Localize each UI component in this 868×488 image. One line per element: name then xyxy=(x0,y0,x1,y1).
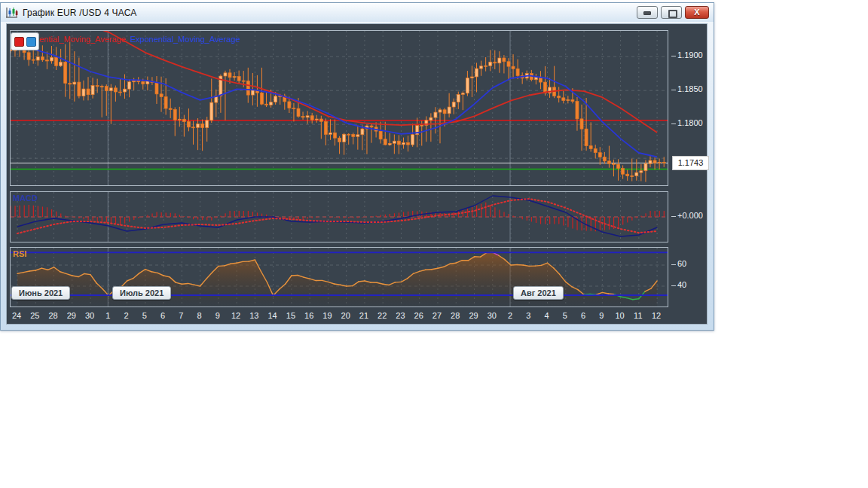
x-axis-label: 29 xyxy=(465,311,483,320)
rsi-panel[interactable]: RSI xyxy=(10,247,668,307)
x-axis-label: 20 xyxy=(337,311,355,320)
month-marker-august: Авг 2021 xyxy=(513,286,564,300)
macd-signal-line xyxy=(17,199,657,233)
x-axis-label: 21 xyxy=(355,311,373,320)
maximize-icon xyxy=(668,10,677,18)
x-axis-label: 28 xyxy=(44,311,63,320)
rsi-chart-svg[interactable] xyxy=(11,248,668,307)
ema-slow-line xyxy=(17,31,657,133)
macd-chart-svg[interactable] xyxy=(11,192,668,242)
x-axis-label: 6 xyxy=(574,311,592,320)
ema-slow-swatch[interactable] xyxy=(14,37,24,47)
x-axis-label: 6 xyxy=(154,311,172,320)
legend-labels: ential_Moving_Average Exponential_Moving… xyxy=(39,35,240,44)
minimize-icon xyxy=(643,11,651,15)
price-panel[interactable]: ential_Moving_Average Exponential_Moving… xyxy=(10,30,668,186)
x-axis-label: 7 xyxy=(172,311,190,320)
ema-slow-label: ential_Moving_Average xyxy=(39,35,126,44)
window-controls: X xyxy=(637,6,709,19)
close-icon: X xyxy=(686,8,708,17)
x-axis-label: 4 xyxy=(538,311,556,320)
ema-fast-swatch[interactable] xyxy=(26,37,36,47)
candles-group xyxy=(11,33,665,182)
price-tick-11850: 1.1850 xyxy=(677,84,711,93)
candlestick-chart-icon xyxy=(5,7,19,19)
price-chart-svg[interactable] xyxy=(11,31,668,185)
x-axis-label: 11 xyxy=(629,311,647,320)
x-axis-label: 9 xyxy=(209,311,227,320)
x-axis-label: 1 xyxy=(99,311,117,320)
rsi-label: RSI xyxy=(13,249,26,258)
rsi-tick-40: 40 xyxy=(677,280,711,289)
x-axis-label: 24 xyxy=(8,311,26,320)
x-axis-label: 15 xyxy=(282,311,300,320)
x-axis-label: 29 xyxy=(63,311,81,320)
time-axis: 2425282930125678912131415161920212223262… xyxy=(7,311,670,324)
x-axis-label: 12 xyxy=(647,311,665,320)
x-axis-label: 5 xyxy=(136,311,154,320)
x-axis-label: 2 xyxy=(118,311,136,320)
indicator-legend xyxy=(11,32,39,50)
x-axis-label: 8 xyxy=(191,311,209,320)
price-axis: 1.1900 1.1850 1.1800 1.1743 +0.000 60 40 xyxy=(670,24,706,324)
window-title: График EUR /USD 4 ЧАСА xyxy=(23,8,137,18)
x-axis-label: 30 xyxy=(81,311,99,320)
chart-client-area: ential_Moving_Average Exponential_Moving… xyxy=(6,23,708,325)
rsi-tick-60: 60 xyxy=(677,259,711,268)
x-axis-label: 5 xyxy=(556,311,574,320)
macd-line xyxy=(17,196,657,236)
macd-tick-zero: +0.000 xyxy=(677,211,711,220)
price-tick-11900: 1.1900 xyxy=(677,50,711,59)
minimize-button[interactable] xyxy=(637,6,658,19)
x-axis-label: 22 xyxy=(373,311,391,320)
x-axis-label: 2 xyxy=(501,311,519,320)
x-axis-label: 23 xyxy=(391,311,409,320)
x-axis-label: 13 xyxy=(245,311,263,320)
month-marker-july: Июль 2021 xyxy=(112,286,171,300)
price-tick-11800: 1.1800 xyxy=(677,118,711,127)
maximize-button[interactable] xyxy=(661,6,682,19)
month-marker-june: Июнь 2021 xyxy=(11,286,70,300)
x-axis-label: 16 xyxy=(300,311,318,320)
x-axis-label: 14 xyxy=(264,311,282,320)
ema-fast-line xyxy=(17,44,657,157)
x-axis-label: 30 xyxy=(483,311,501,320)
x-axis-label: 9 xyxy=(592,311,610,320)
x-axis-label: 12 xyxy=(227,311,245,320)
x-axis-label: 27 xyxy=(428,311,446,320)
macd-panel[interactable]: MACD xyxy=(10,191,668,242)
x-axis-label: 28 xyxy=(446,311,464,320)
x-axis-label: 3 xyxy=(519,311,537,320)
x-axis-label: 19 xyxy=(318,311,336,320)
chart-window: График EUR /USD 4 ЧАСА X ential_Moving_A… xyxy=(0,2,714,331)
window-titlebar[interactable]: График EUR /USD 4 ЧАСА X xyxy=(1,3,714,22)
macd-label: MACD xyxy=(13,194,38,203)
x-axis-label: 26 xyxy=(410,311,428,320)
current-price-label: 1.1743 xyxy=(672,156,709,170)
x-axis-label: 10 xyxy=(611,311,629,320)
ema-fast-label: Exponential_Moving_Average xyxy=(130,35,240,44)
x-axis-label: 25 xyxy=(26,311,44,320)
close-button[interactable]: X xyxy=(685,6,709,19)
